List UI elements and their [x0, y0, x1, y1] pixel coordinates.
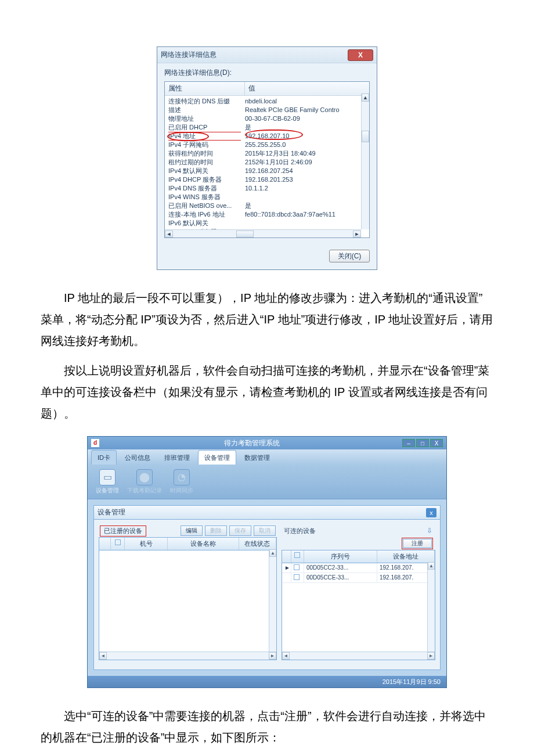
connectable-header: 可连的设备 ⇩: [282, 524, 435, 537]
delete-button[interactable]: 删除: [205, 525, 227, 536]
app-title: 得力考勤管理系统: [102, 438, 402, 448]
download-icon: ⬤: [136, 469, 153, 485]
panel-close-button[interactable]: x: [426, 508, 436, 517]
tool-label: 时间同步: [170, 487, 193, 495]
row-checkbox[interactable]: [291, 563, 304, 573]
scroll-left-icon[interactable]: ◄: [99, 652, 107, 660]
close-button[interactable]: 关闭(C): [329, 250, 370, 262]
app-toolbar: ▭ 设备管理 ⬤ 下载考勤记录 ◔ 时间同步: [88, 465, 446, 499]
app-logo-icon: d: [91, 439, 99, 447]
scroll-right-icon[interactable]: ►: [269, 652, 276, 660]
attendance-app-window: d 得力考勤管理系统 – □ X ID卡 公司信息 排班管理 设备管理 数据管理…: [87, 436, 447, 688]
list-item: 获得租约的时间2015年12月3日 18:40:49: [165, 149, 369, 158]
table-row[interactable]: ► 00D05CC2-33... 192.168.207.: [282, 563, 435, 573]
horizontal-scrollbar[interactable]: ◄ ►: [282, 651, 435, 660]
grid-header-id: 机号: [125, 538, 168, 550]
edit-button[interactable]: 编辑: [181, 525, 203, 536]
menu-tab-shift[interactable]: 排班管理: [158, 451, 196, 465]
tool-sync-time[interactable]: ◔ 时间同步: [170, 469, 193, 495]
connectable-grid[interactable]: 序列号 设备地址 ► 00D05CC2-33... 192.168.207.: [282, 550, 435, 660]
scroll-thumb[interactable]: [362, 131, 369, 142]
list-item: 连接-本地 IPv6 地址fe80::7018:dbcd:3aa7:97ae%1…: [165, 210, 369, 219]
app-main: 设备管理 x 已注册的设备 编辑 删除 保存 取消: [88, 499, 446, 676]
list-item: 已启用 NetBIOS ove...是: [165, 201, 369, 210]
annotation-strike: [168, 140, 241, 141]
scroll-up-icon[interactable]: ▲: [428, 562, 435, 570]
menu-tab-idcard[interactable]: ID卡: [91, 450, 117, 465]
list-item: IPv4 DNS 服务器10.1.1.2: [165, 184, 369, 193]
row-address: 192.168.207.: [377, 573, 435, 582]
vertical-scrollbar[interactable]: ▲: [269, 549, 276, 651]
checkbox-icon[interactable]: [115, 539, 121, 545]
dialog-label: 网络连接详细信息(D):: [164, 68, 370, 78]
table-row[interactable]: 00D05CCE-33... 192.168.207.: [282, 573, 435, 583]
horizontal-scrollbar[interactable]: ◄ ►: [99, 651, 276, 660]
dialog-title: 网络连接详细信息: [161, 50, 348, 60]
grid-header-checkbox[interactable]: [291, 550, 304, 563]
menu-tab-company[interactable]: 公司信息: [119, 451, 156, 465]
save-button[interactable]: 保存: [229, 525, 251, 536]
registered-header: 已注册的设备 编辑 删除 保存 取消: [99, 524, 277, 537]
listbox-header: 属性 值: [165, 82, 369, 96]
window-close-button[interactable]: X: [430, 439, 443, 447]
close-x-glyph: X: [358, 51, 363, 59]
app-titlebar[interactable]: d 得力考勤管理系统 – □ X: [88, 437, 446, 449]
minimize-button[interactable]: –: [402, 439, 415, 447]
cancel-button[interactable]: 取消: [254, 525, 276, 536]
row-serial: 00D05CCE-33...: [304, 573, 377, 582]
grid-header-serial: 序列号: [304, 550, 377, 563]
scroll-right-icon[interactable]: ►: [427, 652, 435, 660]
list-item: IPv4 子网掩码255.255.255.0: [165, 141, 369, 149]
status-datetime: 2015年11月9日 9:50: [383, 678, 441, 686]
grid-header-checkbox[interactable]: [111, 538, 125, 550]
details-listbox[interactable]: 属性 值 连接特定的 DNS 后缀nbdeli.local 描述Realtek …: [164, 81, 370, 238]
checkbox-icon[interactable]: [294, 552, 300, 558]
register-row: 注册: [282, 537, 435, 550]
list-item: 已启用 DHCP是: [165, 123, 369, 132]
scroll-up-icon[interactable]: ▲: [362, 93, 369, 102]
dialog-titlebar[interactable]: 网络连接详细信息 X: [157, 47, 377, 63]
tool-device-manage[interactable]: ▭ 设备管理: [96, 469, 119, 495]
dialog-body: 网络连接详细信息(D): 属性 值 连接特定的 DNS 后缀nbdeli.loc…: [157, 63, 377, 242]
status-bar: 2015年11月9日 9:50: [88, 676, 446, 687]
horizontal-scrollbar[interactable]: ◄ ►: [165, 229, 361, 237]
list-item: IPv4 默认网关192.168.207.254: [165, 167, 369, 175]
annotation-box: 注册: [402, 538, 433, 549]
annotation-strike: [168, 132, 241, 132]
list-item: IPv4 地址192.168.207.10: [165, 132, 369, 141]
panel-body: 已注册的设备 编辑 删除 保存 取消: [94, 520, 440, 665]
app-menu: ID卡 公司信息 排班管理 设备管理 数据管理: [88, 449, 446, 465]
grid-header-blank: [99, 538, 111, 550]
list-item: IPv6 默认网关: [165, 219, 369, 228]
maximize-button[interactable]: □: [416, 439, 429, 447]
scroll-left-icon[interactable]: ◄: [282, 652, 290, 660]
grid-header: 机号 设备名称 在线状态: [99, 538, 276, 550]
grid-header-blank: [282, 550, 291, 563]
scroll-left-icon[interactable]: ◄: [165, 231, 173, 237]
list-item: 描述Realtek PCIe GBE Family Contro: [165, 106, 369, 114]
row-checkbox[interactable]: [291, 573, 304, 582]
registered-label: 已注册的设备: [100, 525, 146, 537]
pin-icon[interactable]: ⇩: [426, 527, 433, 534]
register-button[interactable]: 注册: [403, 539, 432, 548]
menu-tab-data[interactable]: 数据管理: [239, 451, 276, 465]
body-paragraph: 选中“可连的设备”中需要连接的机器，点击“注册”，软件会进行自动连接，并将选中的…: [41, 705, 493, 748]
tool-label: 下载考勤记录: [127, 487, 162, 495]
grid-header: 序列号 设备地址: [282, 550, 435, 563]
dialog-footer: 关闭(C): [157, 242, 377, 269]
scroll-thumb[interactable]: [236, 231, 254, 237]
menu-tab-device[interactable]: 设备管理: [198, 450, 236, 465]
vertical-scrollbar[interactable]: ▲: [361, 93, 369, 229]
row-address: 192.168.207.: [377, 563, 435, 573]
registered-grid[interactable]: 机号 设备名称 在线状态 ▲ ◄ ►: [99, 537, 277, 660]
registered-devices-column: 已注册的设备 编辑 删除 保存 取消: [99, 524, 277, 660]
network-details-dialog: 网络连接详细信息 X 网络连接详细信息(D): 属性 值 连接特定的 DNS 后…: [157, 46, 377, 270]
scroll-up-icon[interactable]: ▲: [269, 549, 276, 557]
body-paragraph: 按以上说明设置好机器后，软件会自动扫描可连接的考勤机，并显示在“设备管理”菜单中…: [41, 360, 493, 424]
tool-download-logs[interactable]: ⬤ 下载考勤记录: [127, 469, 162, 495]
vertical-scrollbar[interactable]: ▲: [427, 562, 435, 651]
body-paragraph: IP 地址的最后一段不可以重复），IP 地址的修改步骤为：进入考勤机的“通讯设置…: [41, 287, 493, 352]
scroll-right-icon[interactable]: ►: [353, 231, 361, 237]
tool-label: 设备管理: [96, 487, 119, 495]
close-icon[interactable]: X: [348, 49, 373, 61]
